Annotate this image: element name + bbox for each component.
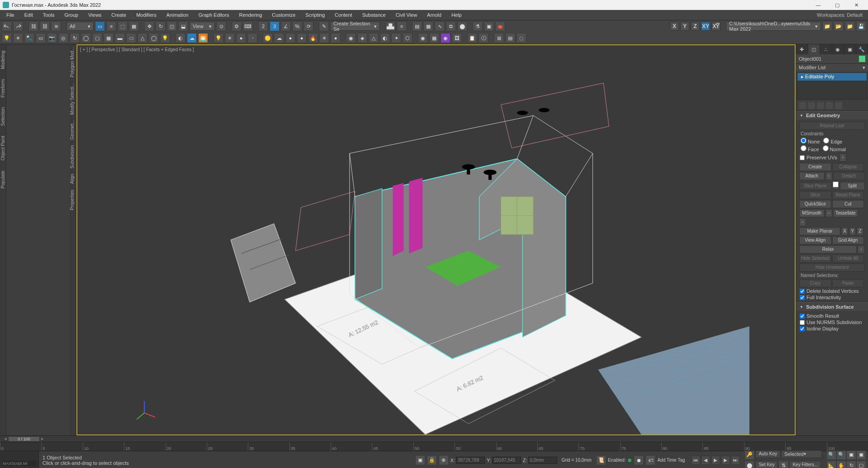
time-tag-button[interactable]: 🏷 (645, 455, 655, 465)
light-omni-icon[interactable]: 💡 (2, 33, 12, 43)
tab-selection[interactable]: Selection (0, 105, 5, 129)
cone-tool-icon[interactable]: △ (138, 33, 147, 43)
isoline-display-check[interactable]: Isoline Display (799, 325, 865, 332)
toggle-ribbon-button[interactable]: ▦ (423, 21, 433, 31)
open-project-button[interactable]: 📂 (834, 21, 844, 31)
menu-tools[interactable]: Tools (38, 11, 59, 19)
sky-icon[interactable]: ☁ (187, 33, 197, 43)
unique-icon[interactable] (817, 102, 824, 109)
constrain-z-button[interactable]: Z (691, 22, 700, 31)
render-checker-icon[interactable]: ▦ (429, 33, 439, 43)
coord-toggle-button[interactable]: ⊕ (439, 455, 449, 465)
constraint-none-radio[interactable]: None (801, 138, 820, 144)
motion-tab[interactable]: ◉ (832, 44, 844, 54)
constraint-face-radio[interactable]: Face (801, 145, 819, 152)
vray-tool3-icon[interactable]: △ (369, 33, 379, 43)
zoom-all-button[interactable]: 🔍 (836, 450, 846, 460)
loading-icon[interactable]: ◌ (517, 33, 526, 43)
menu-content[interactable]: Content (330, 11, 357, 19)
script-button[interactable]: 📜 (596, 455, 606, 465)
y-coord-field[interactable]: Y: (487, 457, 521, 464)
pin-stack-icon[interactable] (799, 102, 806, 109)
constraint-normal-radio[interactable]: Normal (823, 145, 846, 152)
object-name-field[interactable]: Object001 (799, 56, 821, 62)
constraint-edge-radio[interactable]: Edge (823, 138, 842, 144)
rotate-button[interactable]: ↻ (156, 21, 166, 31)
fov-button[interactable]: 📐 (826, 461, 836, 468)
make-planar2-button[interactable]: Make Planar (799, 227, 840, 235)
snap-3d-button[interactable]: 3 (270, 21, 280, 31)
vray-tool2-icon[interactable]: ◈ (357, 33, 367, 43)
scale-button[interactable]: ◫ (167, 21, 177, 31)
menu-group[interactable]: Group (60, 11, 83, 19)
constrain-xyz-button[interactable]: XY̅ (711, 22, 721, 31)
move-button[interactable]: ✥ (144, 21, 154, 31)
open-folder-button[interactable]: 📁 (822, 21, 832, 31)
menu-rendering[interactable]: Rendering (235, 11, 267, 19)
cut-button[interactable]: Cut (832, 200, 864, 208)
vtab-modify[interactable]: Modify Selecti... (70, 80, 75, 118)
create-tab[interactable]: ✚ (796, 44, 808, 54)
render-sphere-icon[interactable]: ◉ (418, 33, 428, 43)
key-spinner[interactable]: ⇅ (778, 461, 788, 468)
named-selection-dropdown[interactable]: Create Selection Se ▾ (330, 22, 380, 31)
select-manipulate-button[interactable]: ⚙ (232, 21, 242, 31)
orbit-button[interactable]: ↻ (846, 461, 856, 468)
keyboard-shortcut-button[interactable]: ⌨ (243, 21, 253, 31)
menu-graph-editors[interactable]: Graph Editors (194, 11, 234, 19)
light-spot-icon[interactable]: 🔦 (24, 33, 34, 43)
grid-align-icon[interactable]: ▤ (505, 33, 515, 43)
goto-start-button[interactable]: ⏮ (691, 456, 700, 465)
relax2-button[interactable]: Relax (799, 245, 857, 253)
mat-gold-icon[interactable]: ● (285, 33, 295, 43)
render-preview-icon[interactable]: 🖼 (452, 33, 462, 43)
goto-end-button[interactable]: ⏭ (731, 456, 740, 465)
zoom-extents-button[interactable]: ▣ (846, 450, 856, 460)
auto-key-button[interactable]: Auto Key (755, 450, 780, 458)
constrain-xy-button[interactable]: XY (701, 22, 710, 31)
grid-align-button[interactable]: Grid Align (832, 236, 864, 244)
menu-customize[interactable]: Customize (267, 11, 300, 19)
save-project-button[interactable]: 💾 (856, 21, 866, 31)
vtab-align[interactable]: Align (70, 171, 75, 186)
edit-geometry-header[interactable]: Edit Geometry (796, 111, 868, 119)
menu-modifiers[interactable]: Modifiers (132, 11, 161, 19)
rotate-tool-icon[interactable]: ↻ (70, 33, 80, 43)
mat-cloud-icon[interactable]: ☁ (274, 33, 284, 43)
unhide-all-button[interactable]: Unhide All (832, 254, 864, 263)
named-copy-button[interactable]: Copy (799, 279, 831, 287)
constrain-y-button[interactable]: Y (680, 22, 689, 31)
subdiv-surface-header[interactable]: Subdivision Surface (796, 303, 868, 311)
menu-views[interactable]: Views (84, 11, 106, 19)
hide-selected-button[interactable]: Hide Selected (799, 254, 831, 263)
render-purple-icon[interactable]: ◉ (441, 33, 451, 43)
planar-z2-button[interactable]: Z (857, 227, 863, 235)
attach-poly-button[interactable]: Attach (799, 172, 825, 180)
mat-fire-icon[interactable]: 🔥 (308, 33, 318, 43)
schematic-view-button[interactable]: ⧉ (446, 21, 456, 31)
time-slider-knob[interactable]: 0 / 100 (8, 436, 40, 442)
set-key-button[interactable]: Set Key (755, 461, 778, 468)
menu-help[interactable]: Help (447, 11, 466, 19)
maximize-button[interactable]: ▢ (828, 0, 846, 10)
mat-yellow-icon[interactable]: 🟡 (263, 33, 273, 43)
hierarchy-tab[interactable]: ⛬ (820, 44, 832, 54)
repeat-last-button[interactable]: Repeat Last (799, 122, 865, 130)
layer-explorer-button[interactable]: ▤ (412, 21, 422, 31)
target-icon[interactable]: ◎ (58, 33, 68, 43)
vtab-polygon[interactable]: Polygon Mod... (70, 44, 75, 80)
reset-plane-button[interactable]: Reset Plane (832, 191, 864, 199)
delete-isolated-check[interactable]: Delete Isolated Vertices (799, 288, 865, 294)
menu-substance[interactable]: Substance (358, 11, 390, 19)
close-button[interactable]: ✕ (847, 0, 865, 10)
z-coord-field[interactable]: Z: (523, 457, 557, 464)
planar-y2-button[interactable]: Y (849, 227, 856, 235)
project-path-field[interactable]: C:\Users\ksush\OneD...кументы\3ds Max 20… (726, 22, 821, 31)
menu-edit[interactable]: Edit (20, 11, 38, 19)
menu-animation[interactable]: Animation (162, 11, 193, 19)
quickslice-button[interactable]: QuickSlice (799, 200, 831, 208)
redo-button[interactable] (13, 21, 23, 31)
grid-snap-icon[interactable]: ⊞ (494, 33, 504, 43)
window-crossing-button[interactable]: ▦ (129, 21, 139, 31)
sunset-icon[interactable]: 🌅 (198, 33, 208, 43)
